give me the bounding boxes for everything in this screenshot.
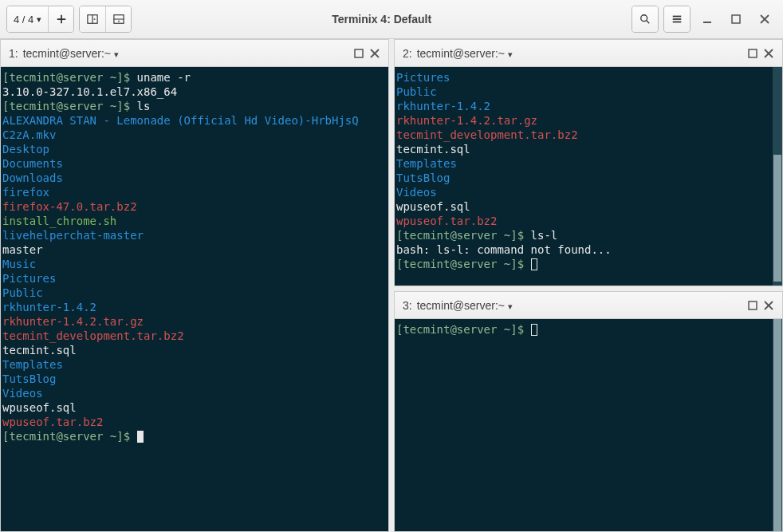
pane-index: 2: — [403, 47, 412, 60]
cmd: ls-l — [531, 229, 558, 242]
cursor — [137, 431, 144, 443]
ls-entry: wpuseof.sql — [396, 199, 781, 214]
ls-entry: Videos — [396, 185, 781, 199]
ls-entry: Public — [396, 85, 781, 99]
ls-entry: rkhunter-1.4.2 — [2, 300, 387, 314]
pane-2-header[interactable]: 2: tecmint@server:~ — [395, 40, 782, 67]
ls-entry: firefox — [2, 185, 387, 199]
close-button[interactable] — [753, 7, 777, 31]
terminal-pane-2: 2: tecmint@server:~ Pictures Public rkhu… — [394, 39, 783, 286]
ls-entry: tecmint_development.tar.bz2 — [2, 329, 387, 343]
ls-entry: tecmint.sql — [396, 142, 781, 156]
ls-entry: TutsBlog — [396, 171, 781, 185]
ls-entry: ALEXANDRA STAN - Lemonade (Official Hd V… — [2, 113, 387, 128]
split-controls — [79, 6, 132, 33]
ls-entry: Pictures — [2, 271, 387, 286]
titlebar: 4 / 4 Terminix 4: Default — [0, 0, 783, 39]
prompt: [tecmint@server ~]$ — [396, 229, 531, 242]
cursor — [531, 258, 537, 270]
error-output: bash: ls-l: command not found... — [396, 242, 781, 257]
cmd: uname -r — [137, 71, 191, 84]
minimize-button[interactable] — [695, 7, 719, 31]
svg-point-4 — [641, 15, 647, 22]
pane-maximize-icon[interactable] — [747, 48, 758, 59]
session-selector[interactable]: 4 / 4 — [7, 6, 48, 32]
ls-entry: rkhunter-1.4.2.tar.gz — [2, 314, 387, 329]
prompt: [tecmint@server ~]$ — [2, 71, 137, 84]
split-down-button[interactable] — [105, 6, 131, 32]
prompt: [tecmint@server ~]$ — [2, 430, 137, 443]
session-nav: 4 / 4 — [6, 6, 74, 33]
pane-index: 3: — [403, 299, 412, 312]
terminal-pane-3: 3: tecmint@server:~ [tecmint@server ~]$ — [394, 291, 783, 532]
pane-title[interactable]: tecmint@server:~ — [23, 47, 119, 60]
prompt: [tecmint@server ~]$ — [2, 100, 137, 112]
terminal-pane-1: 1: tecmint@server:~ [tecmint@server ~]$ … — [0, 39, 389, 532]
cursor — [531, 324, 537, 336]
ls-entry: Pictures — [396, 70, 781, 85]
scrollbar[interactable] — [773, 67, 782, 286]
ls-entry: Music — [2, 257, 387, 271]
svg-rect-16 — [749, 49, 757, 57]
ls-entry: Desktop — [2, 142, 387, 156]
ls-entry: Templates — [2, 357, 387, 372]
pane-1-header[interactable]: 1: tecmint@server:~ — [1, 40, 388, 67]
pane-close-icon[interactable] — [369, 48, 380, 59]
ls-entry: Public — [2, 286, 387, 300]
ls-entry: Videos — [2, 386, 387, 400]
maximize-button[interactable] — [724, 7, 748, 31]
ls-entry: C2zA.mkv — [2, 128, 387, 142]
svg-rect-6 — [673, 16, 682, 18]
output: 3.10.0-327.10.1.el7.x86_64 — [2, 85, 387, 99]
pane-index: 1: — [9, 47, 18, 60]
ls-entry: rkhunter-1.4.2.tar.gz — [396, 113, 781, 128]
ls-entry: Downloads — [2, 171, 387, 185]
ls-entry: tecmint_development.tar.bz2 — [396, 128, 781, 142]
svg-line-5 — [647, 21, 650, 24]
svg-rect-13 — [355, 49, 363, 57]
ls-entry: master — [2, 242, 387, 257]
ls-entry: wpuseof.sql — [2, 400, 387, 415]
menu-button[interactable] — [664, 6, 690, 32]
terminal-2[interactable]: Pictures Public rkhunter-1.4.2 rkhunter-… — [395, 67, 782, 286]
ls-entry: wpuseof.tar.bz2 — [2, 415, 387, 429]
window-title: Terminix 4: Default — [136, 13, 627, 26]
svg-rect-7 — [673, 18, 682, 20]
pane-maximize-icon[interactable] — [353, 48, 364, 59]
split-right-button[interactable] — [80, 6, 105, 32]
terminal-3[interactable]: [tecmint@server ~]$ — [395, 319, 782, 531]
pane-maximize-icon[interactable] — [747, 300, 758, 311]
ls-entry: Documents — [2, 156, 387, 171]
ls-entry: install_chrome.sh — [2, 214, 387, 228]
svg-rect-8 — [673, 22, 682, 23]
prompt: [tecmint@server ~]$ — [396, 323, 531, 336]
search-button[interactable] — [632, 6, 658, 32]
ls-entry: livehelperchat-master — [2, 228, 387, 242]
svg-rect-19 — [749, 301, 757, 309]
pane-title[interactable]: tecmint@server:~ — [417, 47, 513, 60]
ls-entry: TutsBlog — [2, 372, 387, 386]
ls-entry: rkhunter-1.4.2 — [396, 99, 781, 113]
window-right-controls — [632, 6, 777, 33]
ls-entry: wpuseof.tar.bz2 — [396, 214, 781, 228]
add-session-button[interactable] — [48, 6, 73, 32]
ls-entry: firefox-47.0.tar.bz2 — [2, 199, 387, 214]
pane-3-header[interactable]: 3: tecmint@server:~ — [395, 292, 782, 319]
prompt: [tecmint@server ~]$ — [396, 258, 531, 270]
pane-title[interactable]: tecmint@server:~ — [417, 299, 513, 312]
pane-close-icon[interactable] — [763, 48, 774, 59]
terminal-1[interactable]: [tecmint@server ~]$ uname -r 3.10.0-327.… — [1, 67, 388, 531]
workspace: 1: tecmint@server:~ [tecmint@server ~]$ … — [0, 39, 783, 532]
scrollbar[interactable] — [773, 319, 782, 531]
pane-close-icon[interactable] — [763, 300, 774, 311]
svg-rect-9 — [703, 22, 711, 23]
ls-entry: tecmint.sql — [2, 343, 387, 357]
cmd: ls — [137, 100, 151, 112]
ls-entry: Templates — [396, 156, 781, 171]
svg-rect-10 — [732, 15, 740, 23]
